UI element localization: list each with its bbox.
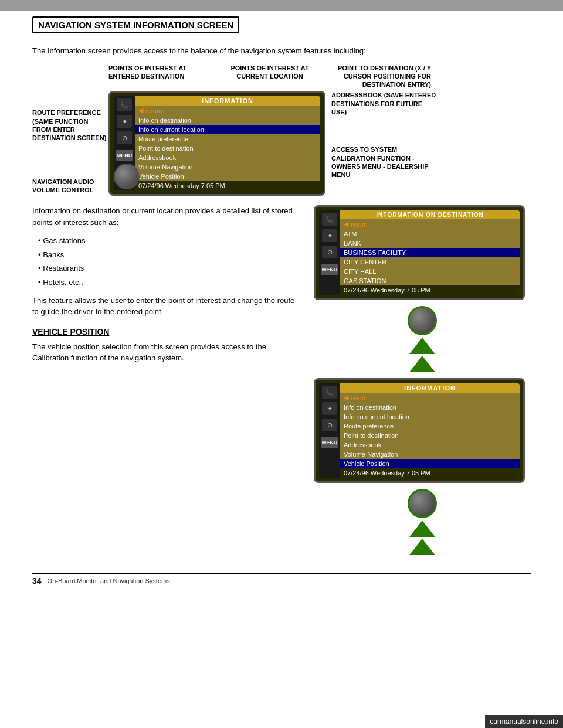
page-number: 34 bbox=[32, 576, 42, 586]
screen3-item-2[interactable]: Route preference bbox=[340, 421, 520, 431]
arrow-up-2 bbox=[409, 521, 435, 537]
annotation-poi-current: POINTS OF INTEREST AT CURRENT LOCATION bbox=[216, 64, 323, 89]
menu-item-volume-nav[interactable]: Volume-Navigation bbox=[135, 162, 320, 172]
screen3-return[interactable]: ◀ return bbox=[340, 393, 520, 403]
menu-item-business[interactable]: BUSINESS FACILITY bbox=[340, 248, 520, 257]
menu-item-info-destination[interactable]: Info on destination bbox=[135, 115, 320, 125]
screen1-footer: 07/24/96 Wednesday 7:05 PM bbox=[135, 181, 320, 190]
screen3-item-5[interactable]: Volume-Navigation bbox=[340, 450, 520, 459]
menu-item-city-center[interactable]: CITY CENTER bbox=[340, 257, 520, 267]
phone-icon-2: 📞 bbox=[322, 213, 337, 226]
description-2: This feature allows the user to enter th… bbox=[32, 295, 302, 318]
star-icon-2: ✦ bbox=[322, 229, 337, 242]
arrow-up-1b bbox=[409, 356, 435, 372]
arrow-up-1 bbox=[409, 338, 435, 354]
bullet-gas: Gas stations bbox=[38, 234, 302, 247]
scroll-indicator-1 bbox=[314, 302, 531, 372]
top-bar bbox=[0, 0, 563, 11]
annotation-poi-entered: POINTS OF INTEREST AT ENTERED DESTINATIO… bbox=[108, 64, 216, 89]
annotation-point-dest: POINT TO DESTINATION (X / Y CURSOR POSIT… bbox=[324, 64, 431, 89]
bullet-banks: Banks bbox=[38, 248, 302, 261]
screen3-footer: 07/24/96 Wednesday 7:05 PM bbox=[340, 468, 520, 478]
phone-icon-3: 📞 bbox=[322, 386, 337, 399]
arrow-up-2b bbox=[409, 539, 435, 555]
screen2-return[interactable]: ◀ return bbox=[340, 219, 520, 229]
page-footer: 34 On-Board Monitor and Navigation Syste… bbox=[32, 573, 531, 588]
bullet-hotels: Hotels, etc., bbox=[38, 275, 302, 289]
menu-item-gas-station[interactable]: GAS STATION bbox=[340, 276, 520, 285]
screen3-item-1[interactable]: Info on current location bbox=[340, 412, 520, 421]
nav-screen-1: 📞 ✦ ⊙ MENU INFORMATION ◀ return bbox=[108, 91, 325, 196]
menu-item-info-current[interactable]: Info on current location bbox=[135, 125, 320, 134]
menu-button-3[interactable]: MENU bbox=[321, 437, 338, 448]
screen3-item-6[interactable]: Vehicle Position bbox=[340, 459, 520, 468]
watermark: carmanualsonline.info bbox=[485, 715, 563, 728]
menu-item-addressbook[interactable]: Addressbook bbox=[135, 153, 320, 162]
bullet-restaurants: Restaurants bbox=[38, 261, 302, 275]
vehicle-title: VEHICLE POSITION bbox=[32, 327, 302, 336]
screen2-container: 📞 ✦ ⊙ MENU INFORMATION ON DESTINATION ◀ … bbox=[314, 205, 531, 372]
annotation-route-pref: ROUTE PREFERENCE (SAME FUNCTION FROM ENT… bbox=[32, 108, 108, 142]
menu-button[interactable]: MENU bbox=[116, 150, 133, 161]
description-1: Information on destination or current lo… bbox=[32, 205, 302, 228]
section-title: NAVIGATION SYSTEM INFORMATION SCREEN bbox=[32, 16, 239, 33]
screen1-return[interactable]: ◀ return bbox=[135, 106, 320, 115]
screen3-item-4[interactable]: Addressbook bbox=[340, 440, 520, 450]
screen1-header: INFORMATION bbox=[135, 96, 320, 106]
menu-item-bank[interactable]: BANK bbox=[340, 239, 520, 248]
screen3-header: INFORMATION bbox=[340, 383, 520, 393]
scroll-indicator-2 bbox=[314, 485, 531, 555]
menu-item-city-hall[interactable]: CITY HALL bbox=[340, 267, 520, 276]
screen2-header: INFORMATION ON DESTINATION bbox=[340, 210, 520, 219]
first-screen-section: POINTS OF INTEREST AT ENTERED DESTINATIO… bbox=[32, 64, 531, 196]
knob-indicator-2[interactable] bbox=[408, 489, 437, 518]
phone-icon: 📞 bbox=[117, 98, 132, 111]
menu-item-route-pref[interactable]: Route preference bbox=[135, 134, 320, 144]
clock-icon-2: ⊙ bbox=[322, 246, 337, 258]
knob-indicator-1[interactable] bbox=[408, 306, 437, 335]
menu-item-point-dest[interactable]: Point to destination bbox=[135, 144, 320, 153]
screen3-container: 📞 ✦ ⊙ MENU INFORMATION ◀ return Info on … bbox=[314, 378, 531, 555]
screen3-item-3[interactable]: Point to destination bbox=[340, 431, 520, 440]
annotation-addressbook: ADDRESSBOOK (SAVE ENTERED DESTINATIONS F… bbox=[331, 91, 437, 116]
right-screens: 📞 ✦ ⊙ MENU INFORMATION ON DESTINATION ◀ … bbox=[314, 205, 531, 561]
clock-icon-3: ⊙ bbox=[322, 419, 337, 431]
clock-icon: ⊙ bbox=[117, 131, 132, 144]
menu-item-vehicle-pos[interactable]: Vehicle Position bbox=[135, 172, 320, 181]
annotation-audio: NAVIGATION AUDIO VOLUME CONTROL bbox=[32, 178, 108, 195]
annotation-access: ACCESS TO SYSTEM CALIBRATION FUNCTION - … bbox=[331, 145, 437, 179]
star-icon: ✦ bbox=[117, 115, 132, 128]
screen3-item-0[interactable]: Info on destination bbox=[340, 403, 520, 412]
vehicle-description: The vehicle position selection from this… bbox=[32, 341, 302, 364]
bottom-section: Information on destination or current lo… bbox=[32, 205, 531, 561]
bullet-list: Gas stations Banks Restaurants Hotels, e… bbox=[38, 234, 302, 289]
star-icon-3: ✦ bbox=[322, 402, 337, 415]
page-subtitle: On-Board Monitor and Navigation Systems bbox=[48, 577, 170, 584]
menu-item-atm[interactable]: ATM bbox=[340, 229, 520, 239]
intro-text: The Information screen provides access t… bbox=[32, 45, 531, 57]
menu-button-2[interactable]: MENU bbox=[321, 264, 338, 275]
screen2-footer: 07/24/96 Wednesday 7:05 PM bbox=[340, 285, 520, 295]
vehicle-section: VEHICLE POSITION The vehicle position se… bbox=[32, 327, 302, 364]
